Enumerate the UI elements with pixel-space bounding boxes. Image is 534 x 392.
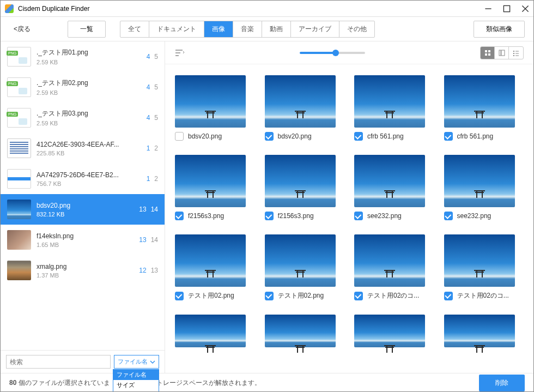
grid-cell[interactable] [175,315,255,347]
cell-thumbnail [175,75,246,128]
grid-cell[interactable]: bdsv20.png [265,75,345,141]
similar-images-button[interactable]: 類似画像 [474,21,525,38]
grid-cell[interactable]: see232.png [354,155,434,220]
tab-1[interactable]: ドキュメント [149,21,204,37]
file-size: 1.65 MB [37,242,139,248]
grid-cell[interactable]: cfrb 561.png [354,75,434,141]
tab-4[interactable]: 動画 [262,21,291,37]
close-button[interactable] [521,5,529,13]
view-mode-buttons [480,46,524,59]
tab-5[interactable]: アーカイブ [291,21,339,37]
selected-count: 12 [139,267,146,274]
list-item[interactable]: bdsv20.png 832.12 KB 1314 [1,194,165,225]
footer: 80 個のファイルが選択されていま ストレージスペースが解放されます。 削除 [1,373,533,392]
selected-count: 4 [147,114,150,122]
grid-cell[interactable]: f2156s3.png [175,155,255,220]
search-input[interactable] [6,355,111,369]
cell-filename: テスト用02.png [188,291,234,300]
svg-rect-7 [485,50,487,52]
grid-cell[interactable] [444,315,524,347]
checkbox[interactable] [354,132,363,141]
checkbox[interactable] [265,212,274,220]
list-item[interactable]: AA742975-26D6-4EE7-B2... 756.7 KB 12 [1,164,165,194]
grid-view-button[interactable] [481,47,495,59]
tab-3[interactable]: 音楽 [233,21,262,37]
checkbox[interactable] [175,132,184,141]
grid-cell[interactable]: テスト用02.png [175,234,255,300]
checkbox[interactable] [265,292,274,300]
list-item[interactable]: 412CA26E-3903-4EEA-AF... 225.85 KB 12 [1,133,165,164]
delete-button[interactable]: 削除 [479,375,525,391]
cell-filename: テスト用02のコ... [367,291,419,300]
checkbox[interactable] [444,292,453,300]
file-name: AA742975-26D6-4EE7-B2... [37,171,147,179]
category-tabs: 全てドキュメント画像音楽動画アーカイブその他 [120,21,375,38]
file-size: 2.59 KB [37,89,147,96]
cell-filename: テスト用02のコ... [457,291,509,300]
sort-label: ファイル名 [118,358,148,366]
file-size: 225.85 KB [37,150,147,156]
overview-button[interactable]: 一覧 [68,21,106,38]
checkbox[interactable] [265,132,274,141]
file-name: ._テスト用03.png [37,109,147,118]
cell-filename: bdsv20.png [188,132,222,140]
checkbox[interactable] [444,212,453,220]
sort-button[interactable]: ファイル名 [114,355,159,369]
grid-cell[interactable]: bdsv20.png [175,75,255,141]
minimize-button[interactable] [484,5,492,13]
back-button[interactable]: <戻る [9,22,35,36]
list-thumb [7,169,31,189]
cell-thumbnail [354,155,425,207]
sort-option[interactable]: ファイル名 [113,370,159,380]
thumbnail-size-slider[interactable] [300,52,365,54]
list-thumb [7,200,31,219]
grid-cell[interactable]: f2156s3.png [265,155,345,220]
sort-option[interactable]: サイズ [113,380,159,390]
checkbox[interactable] [175,212,184,220]
list-view-button[interactable] [509,47,523,59]
checkbox[interactable] [354,212,363,220]
svg-rect-8 [488,50,490,52]
checkbox[interactable] [444,132,453,141]
tab-2[interactable]: 画像 [204,21,233,37]
column-view-button[interactable] [495,47,509,59]
file-name: ._テスト用02.png [37,79,147,88]
checkbox[interactable] [175,292,184,300]
duplicate-groups-list: ._テスト用01.png 2.59 KB 45 ._テスト用02.png 2.5… [1,41,165,350]
list-thumb [7,138,31,158]
svg-rect-17 [513,55,514,56]
window-title: Cisdem Duplicate Finder [18,5,484,13]
cell-thumbnail [265,234,336,287]
tab-6[interactable]: その他 [339,21,374,37]
file-size: 756.7 KB [37,180,147,187]
list-item[interactable]: ._テスト用01.png 2.59 KB 45 [1,41,165,72]
list-item[interactable]: f14eksln.png 1.65 MB 1314 [1,225,165,255]
file-name: 412CA26E-3903-4EEA-AF... [37,141,147,148]
list-item[interactable]: xmalg.png 1.37 MB 1213 [1,255,165,286]
grid-cell[interactable]: テスト用02のコ... [444,234,524,300]
chevron-down-icon [150,359,155,365]
total-count: 14 [151,236,158,244]
grid-cell[interactable] [265,315,345,347]
sort-icon[interactable] [175,49,185,57]
svg-rect-15 [513,53,514,54]
list-thumb [7,77,31,97]
total-count: 5 [154,53,158,61]
grid-cell[interactable]: cfrb 561.png [444,75,524,141]
list-item[interactable]: ._テスト用03.png 2.59 KB 45 [1,102,165,133]
grid-cell[interactable]: テスト用02.png [265,234,345,300]
grid-cell[interactable]: テスト用02のコ... [354,234,434,300]
file-name: f14eksln.png [37,232,139,240]
cell-filename: f2156s3.png [188,212,224,220]
list-thumb [7,230,31,250]
list-item[interactable]: ._テスト用02.png 2.59 KB 45 [1,72,165,102]
selected-count: 13 [139,236,146,244]
cell-filename: cfrb 561.png [457,132,494,140]
maximize-button[interactable] [503,5,511,13]
grid-cell[interactable] [354,315,434,347]
svg-rect-11 [499,50,501,56]
checkbox[interactable] [354,292,363,300]
cell-filename: f2156s3.png [278,212,314,220]
grid-cell[interactable]: see232.png [444,155,524,220]
tab-0[interactable]: 全て [120,21,149,37]
